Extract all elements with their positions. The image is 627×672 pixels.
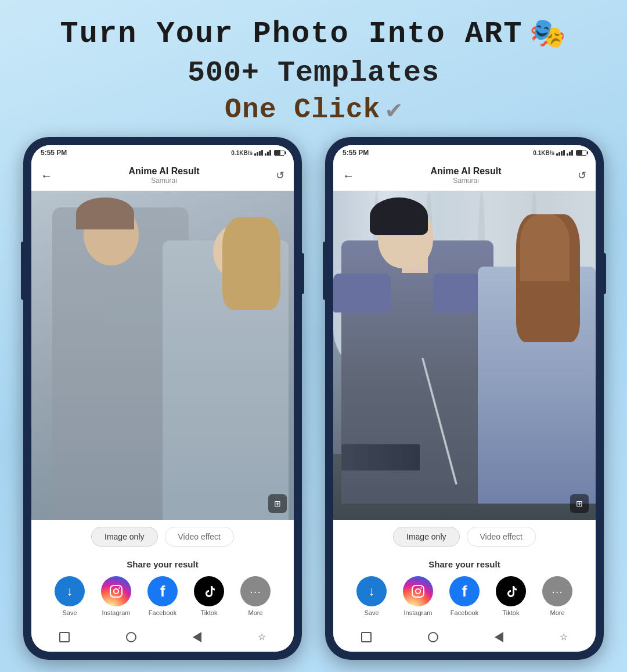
nav-person-right[interactable]: ☆ — [560, 631, 568, 642]
main-image-right: ⊞ — [333, 191, 596, 520]
status-right-left: 0.1KB/s — [231, 150, 284, 156]
instagram-label-right: Instagram — [404, 609, 433, 616]
signal-bar-3 — [259, 151, 261, 156]
original-photo: ⊞ — [31, 191, 294, 520]
nav-home-left[interactable] — [126, 632, 136, 642]
svg-rect-0 — [110, 585, 122, 597]
share-title-right: Share your result — [343, 559, 586, 569]
signal-bars-left — [254, 150, 263, 156]
wifi-bar-3 — [269, 150, 271, 156]
wifi-bar-r3 — [571, 150, 573, 156]
anime-man-hair — [370, 197, 428, 235]
save-label-right: Save — [364, 609, 379, 616]
share-tiktok-left: Tiktok — [194, 576, 224, 616]
app-header-right: ← Anime AI Result Samurai ↺ — [333, 160, 596, 191]
facebook-icon-left[interactable]: f — [147, 576, 178, 606]
wifi-bars-left — [265, 150, 271, 156]
battery-icon-right — [576, 150, 586, 156]
checkmark-icon: ✔ — [386, 94, 402, 125]
signal-bars-right — [556, 150, 565, 156]
app-title-block-right: Anime AI Result Samurai — [430, 166, 501, 185]
signal-text-right: 0.1KB/s — [533, 150, 554, 156]
video-effect-btn-right[interactable]: Video effect — [467, 527, 536, 547]
signal-text-left: 0.1KB/s — [231, 150, 253, 156]
share-section-right: Share your result ↓ Save — [333, 554, 596, 624]
main-title-text: Turn Your Photo Into ART — [60, 17, 523, 51]
app-title-right: Anime AI Result — [430, 166, 501, 177]
signal-bar-4 — [261, 150, 263, 156]
wifi-bar-r1 — [567, 153, 568, 156]
man-hair — [76, 197, 134, 229]
woman-hair — [222, 217, 280, 310]
tiktok-label-left: Tiktok — [201, 609, 218, 616]
back-button-left[interactable]: ← — [41, 169, 52, 182]
nav-back-arrow-left[interactable] — [193, 632, 201, 642]
signal-bar-2 — [257, 152, 258, 156]
image-only-btn-right[interactable]: Image only — [393, 527, 459, 547]
theatre-emoji: 🎭 — [529, 16, 567, 52]
expand-button-right[interactable]: ⊞ — [570, 494, 589, 513]
app-subtitle-right: Samurai — [430, 177, 501, 185]
templates-title: 500+ Templates — [60, 56, 567, 89]
signal-bar-r1 — [556, 153, 558, 156]
instagram-icon-left[interactable] — [101, 576, 131, 606]
nav-back-arrow-right[interactable] — [495, 632, 503, 642]
share-save-right: ↓ Save — [356, 576, 387, 616]
app-title-block-left: Anime AI Result Samurai — [128, 166, 199, 185]
time-right: 5:55 PM — [343, 149, 369, 157]
refresh-button-right[interactable]: ↺ — [578, 169, 586, 182]
app-header-left: ← Anime AI Result Samurai ↺ — [31, 160, 294, 191]
nav-home-right[interactable] — [428, 632, 438, 642]
nav-bar-right: ☆ — [333, 624, 596, 652]
svg-point-1 — [114, 589, 118, 594]
image-only-btn-left[interactable]: Image only — [91, 527, 157, 547]
main-image-left: ⊞ — [31, 191, 294, 520]
anime-woman-hair-front — [520, 214, 570, 281]
one-click-text: One Click — [225, 94, 380, 125]
expand-button-left[interactable]: ⊞ — [268, 494, 287, 513]
toggle-section-left: Image only Video effect — [31, 520, 294, 554]
save-icon-left[interactable]: ↓ — [55, 576, 85, 606]
signal-bar-r3 — [561, 151, 563, 156]
wifi-bar-r2 — [569, 152, 571, 156]
share-facebook-right: f Facebook — [449, 576, 480, 616]
share-instagram-right: Instagram — [403, 576, 433, 616]
wifi-bar-2 — [267, 152, 269, 156]
phone-left: 5:55 PM 0.1KB/s — [23, 137, 302, 660]
facebook-label-right: Facebook — [451, 609, 478, 616]
time-left: 5:55 PM — [41, 149, 67, 157]
svg-rect-3 — [412, 585, 424, 597]
svg-point-2 — [118, 587, 120, 588]
share-tiktok-right: Tiktok — [496, 576, 526, 616]
nav-back-right[interactable] — [361, 632, 372, 642]
status-right-right: 0.1KB/s — [533, 150, 586, 156]
share-icons-row-left: ↓ Save Instagram — [41, 576, 284, 616]
instagram-label-left: Instagram — [102, 609, 131, 616]
share-icons-row-right: ↓ Save Instagram — [343, 576, 586, 616]
more-icon-left[interactable]: ··· — [240, 576, 271, 606]
status-bar-right: 5:55 PM 0.1KB/s — [333, 145, 596, 160]
save-label-left: Save — [62, 609, 77, 616]
save-icon-right[interactable]: ↓ — [356, 576, 387, 606]
battery-fill-left — [275, 150, 280, 155]
share-save-left: ↓ Save — [55, 576, 85, 616]
nav-back-left[interactable] — [59, 632, 70, 642]
tiktok-icon-left[interactable] — [194, 576, 224, 606]
facebook-icon-right[interactable]: f — [449, 576, 480, 606]
facebook-label-left: Facebook — [149, 609, 176, 616]
video-effect-btn-left[interactable]: Video effect — [165, 527, 234, 547]
more-icon-right[interactable]: ··· — [542, 576, 572, 606]
back-button-right[interactable]: ← — [343, 169, 354, 182]
header-section: Turn Your Photo Into ART 🎭 500+ Template… — [60, 0, 567, 125]
tiktok-icon-right[interactable] — [496, 576, 526, 606]
signal-bar-r2 — [558, 152, 560, 156]
main-title: Turn Your Photo Into ART 🎭 — [60, 16, 567, 52]
nav-bar-left: ☆ — [31, 624, 294, 652]
wifi-bar-1 — [265, 153, 266, 156]
phone-right-inner: 5:55 PM 0.1KB/s — [333, 145, 596, 652]
instagram-icon-right[interactable] — [403, 576, 433, 606]
nav-person-left[interactable]: ☆ — [258, 631, 266, 642]
share-section-left: Share your result ↓ Save — [31, 554, 294, 624]
signal-bar-r4 — [563, 150, 565, 156]
refresh-button-left[interactable]: ↺ — [276, 169, 284, 182]
